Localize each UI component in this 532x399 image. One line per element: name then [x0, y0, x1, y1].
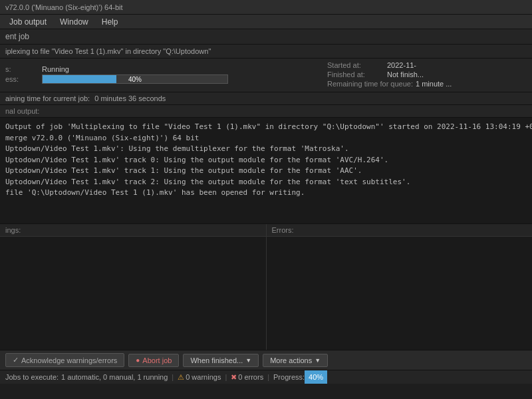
warnings-header: ings: [0, 224, 266, 237]
menu-bar: Job output Window Help [0, 15, 532, 29]
log-line: Uptodown/Video Test 1.mkv' track 1: Usin… [5, 166, 527, 177]
remaining-queue-label: Remaining time for queue: [327, 80, 413, 88]
warning-icon: ⚠ [178, 373, 184, 382]
errors-header: Errors: [267, 224, 533, 237]
finished-value: Not finish... [387, 70, 424, 78]
when-finished-button[interactable]: When finished... ▼ [183, 354, 259, 367]
jobs-value: 1 automatic, 0 manual, 1 running [61, 373, 168, 381]
more-actions-arrow-icon: ▼ [315, 357, 321, 364]
progress-label: ess: [5, 75, 42, 83]
status-bar: Jobs to execute: 1 automatic, 0 manual, … [0, 370, 532, 384]
errors-content [267, 237, 533, 350]
progress-text: 40% [43, 75, 227, 83]
title-text: v72.0.0 ('Minuano (Six-eight)') 64-bit [5, 3, 123, 11]
warnings-content [0, 237, 266, 350]
section-header: ent job [0, 29, 532, 45]
progress-bar-bg: 40% [42, 74, 228, 84]
remaining-label: aining time for current job: [5, 94, 90, 102]
menu-window[interactable]: Window [53, 16, 95, 28]
status-right: Started at: 2022-11- Finished at: Not fi… [327, 61, 527, 89]
abort-label: Abort job [142, 356, 172, 364]
sep2: | [225, 373, 227, 381]
jobs-label: Jobs to execute: [5, 373, 59, 381]
remaining-value: 0 minutes 36 seconds [94, 94, 166, 102]
status-row: s: Running [5, 65, 327, 73]
status-area: s: Running ess: 40% Started at: 2022-11-… [0, 59, 532, 92]
menu-help[interactable]: Help [95, 16, 125, 28]
job-info-text: iplexing to file "Video Test 1 (1).mkv" … [5, 47, 211, 55]
abort-button[interactable]: ● Abort job [128, 354, 179, 367]
log-line: file 'Q:\Uptodown/Video Test 1 (1).mkv' … [5, 188, 527, 199]
log-line: merge v72.0.0 ('Minuano (Six-eight)') 64… [5, 133, 527, 144]
status-bar-progress-value: 40% [309, 373, 323, 381]
errors-panel: Errors: [267, 224, 533, 350]
more-actions-button[interactable]: More actions ▼ [263, 354, 328, 367]
errors-value: 0 errors [238, 373, 263, 381]
bottom-toolbar: ✓ Acknowledge warnings/errors ● Abort jo… [0, 350, 532, 370]
sep1: | [172, 373, 174, 381]
progress-row: ess: 40% [5, 74, 327, 84]
abort-icon: ● [136, 356, 140, 364]
title-bar: v72.0.0 ('Minuano (Six-eight)') 64-bit [0, 0, 532, 15]
remaining-queue-value: 1 minute ... [416, 80, 452, 88]
section-label: ent job [5, 32, 29, 41]
log-line: Uptodown/Video Test 1.mkv': Using the de… [5, 144, 527, 155]
warnings-value: 0 warnings [186, 373, 221, 381]
output-log[interactable]: Output of job 'Multiplexing to file "Vid… [0, 118, 532, 224]
progress-container: 40% [42, 74, 228, 84]
output-label-text: nal output: [5, 107, 39, 115]
finished-row: Finished at: Not finish... [327, 70, 527, 78]
acknowledge-button[interactable]: ✓ Acknowledge warnings/errors [5, 353, 124, 367]
bottom-panels: ings: Errors: [0, 224, 532, 350]
remaining-row: aining time for current job: 0 minutes 3… [0, 92, 532, 105]
checkmark-icon: ✓ [13, 356, 19, 364]
error-icon: ✖ [231, 373, 237, 382]
status-bar-progress: 40% [305, 370, 327, 384]
warnings-panel: ings: [0, 224, 267, 350]
remaining-queue-row: Remaining time for queue: 1 minute ... [327, 80, 527, 88]
acknowledge-label: Acknowledge warnings/errors [21, 356, 117, 364]
log-line: Output of job 'Multiplexing to file "Vid… [5, 122, 527, 133]
menu-job-output[interactable]: Job output [3, 16, 53, 28]
output-label: nal output: [0, 105, 532, 118]
when-finished-arrow-icon: ▼ [245, 357, 251, 364]
status-left: s: Running ess: 40% [5, 65, 327, 85]
started-label: Started at: [327, 61, 387, 69]
log-line: Uptodown/Video Test 1.mkv' track 0: Usin… [5, 155, 527, 166]
finished-label: Finished at: [327, 70, 387, 78]
progress-bar-label: Progress: [273, 373, 305, 381]
status-value: Running [42, 65, 69, 73]
log-line: Uptodown/Video Test 1.mkv' track 2: Usin… [5, 177, 527, 188]
started-row: Started at: 2022-11- [327, 61, 527, 69]
status-label: s: [5, 65, 42, 73]
started-value: 2022-11- [387, 61, 416, 69]
when-finished-label: When finished... [190, 356, 243, 364]
job-info: iplexing to file "Video Test 1 (1).mkv" … [0, 45, 532, 59]
sep3: | [267, 373, 269, 381]
more-actions-label: More actions [270, 356, 312, 364]
